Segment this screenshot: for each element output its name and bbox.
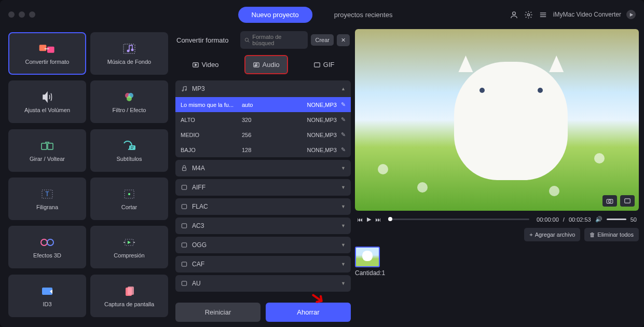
- format-name: FLAC: [192, 203, 208, 210]
- snapshot-button[interactable]: [602, 195, 617, 207]
- edit-preset-icon[interactable]: ✎: [341, 131, 346, 138]
- preset-row[interactable]: MEDIO 256 NONE,MP3 ✎: [175, 127, 351, 142]
- file-actions: +Agregar archivo 🗑Eliminar todos: [355, 228, 639, 241]
- format-au[interactable]: AU▼: [175, 275, 351, 292]
- app-window: Nuevo proyecto proyectos recientes iMyMa…: [0, 0, 644, 327]
- volume-slider[interactable]: [607, 219, 626, 220]
- chevron-down-icon: ▼: [341, 242, 346, 248]
- trash-icon: 🗑: [590, 231, 595, 238]
- format-caf[interactable]: CAF▼: [175, 256, 351, 272]
- tab-gif[interactable]: GIF: [306, 56, 342, 73]
- user-icon[interactable]: [510, 10, 519, 19]
- svg-point-0: [513, 11, 516, 15]
- compress-icon: [120, 236, 138, 249]
- music-file-icon: [181, 85, 188, 92]
- svg-rect-44: [182, 224, 186, 228]
- tool-label: ID3: [43, 301, 51, 307]
- svg-rect-50: [625, 199, 631, 203]
- button-label: Agregar archivo: [535, 231, 576, 238]
- tab-video[interactable]: Video: [185, 56, 226, 73]
- search-placeholder: Formato de búsqued: [252, 34, 304, 46]
- preset-row[interactable]: ALTO 320 NONE,MP3 ✎: [175, 112, 351, 127]
- prev-button[interactable]: ⏮: [357, 216, 363, 223]
- volume-icon[interactable]: 🔊: [595, 216, 602, 223]
- tool-rotate-flip[interactable]: Girar / Voltear: [8, 129, 86, 172]
- progress-bar[interactable]: [388, 219, 529, 220]
- tool-3d-effects[interactable]: Efectos 3D: [8, 226, 86, 268]
- tool-filter-effect[interactable]: Filtro / Efecto: [90, 80, 168, 123]
- format-aiff[interactable]: AIFF▼: [175, 179, 351, 196]
- audio-file-icon: [181, 222, 188, 229]
- format-ogg[interactable]: OGG▼: [175, 237, 351, 253]
- save-button[interactable]: Ahorrar: [266, 303, 351, 322]
- audio-file-icon: [181, 203, 188, 210]
- music-icon: [120, 42, 138, 56]
- window-controls: [8, 11, 35, 18]
- tool-label: Girar / Voltear: [30, 156, 65, 162]
- create-button[interactable]: Crear: [311, 34, 334, 46]
- preset-row[interactable]: BAJO 128 NONE,MP3 ✎: [175, 142, 351, 157]
- close-window-icon[interactable]: [8, 11, 15, 18]
- play-badge-icon[interactable]: [626, 10, 636, 19]
- crop-icon: [120, 187, 138, 201]
- tool-screenshot[interactable]: Captura de pantalla: [90, 275, 168, 317]
- plus-icon: +: [529, 231, 532, 238]
- tool-label: Filigrana: [36, 204, 58, 210]
- tool-adjust-volume[interactable]: Ajusta el Volúmen: [8, 80, 86, 123]
- remove-all-button[interactable]: 🗑Eliminar todos: [584, 228, 639, 241]
- menu-icon[interactable]: [539, 10, 548, 19]
- tool-convert-format[interactable]: Convertir formato: [8, 32, 86, 75]
- svg-marker-5: [629, 12, 633, 16]
- tab-audio[interactable]: Audio: [244, 55, 288, 74]
- tool-label: Cortar: [121, 204, 138, 210]
- svg-point-36: [254, 65, 255, 66]
- reset-button[interactable]: Reiniciar: [175, 303, 261, 322]
- tool-watermark[interactable]: T Filigrana: [8, 178, 86, 220]
- fullscreen-button[interactable]: [620, 195, 635, 207]
- preset-bitrate: 256: [242, 132, 268, 138]
- tool-label: Captura de pantalla: [104, 301, 154, 307]
- add-file-button[interactable]: +Agregar archivo: [524, 228, 580, 241]
- format-flac[interactable]: FLAC▼: [175, 198, 351, 215]
- preset-bitrate: 320: [242, 117, 268, 123]
- tool-compression[interactable]: Compresión: [90, 226, 168, 268]
- edit-preset-icon[interactable]: ✎: [341, 146, 346, 153]
- close-panel-button[interactable]: ✕: [337, 34, 350, 46]
- edit-preset-icon[interactable]: ✎: [341, 116, 346, 123]
- format-m4a[interactable]: M4A▼: [175, 160, 351, 176]
- tool-subtitles[interactable]: Subtítulos: [90, 129, 168, 172]
- time-sep: /: [563, 216, 565, 223]
- minimize-window-icon[interactable]: [19, 11, 25, 18]
- tool-id3[interactable]: ID3: [8, 275, 86, 317]
- svg-rect-47: [182, 281, 186, 285]
- video-preview[interactable]: [355, 29, 639, 211]
- gif-icon: [313, 61, 321, 69]
- tab-label: GIF: [323, 61, 335, 69]
- file-thumbnail[interactable]: [355, 247, 380, 267]
- svg-point-10: [131, 49, 134, 51]
- preset-codec: NONE,MP3: [268, 117, 337, 123]
- format-search[interactable]: Formato de búsqued: [240, 31, 308, 49]
- maximize-window-icon[interactable]: [29, 11, 35, 18]
- format-mp3-header[interactable]: MP3 ▲: [175, 80, 351, 97]
- tool-background-music[interactable]: Música de Fondo: [90, 32, 168, 75]
- preset-codec: NONE,MP3: [268, 132, 337, 138]
- svg-rect-38: [314, 62, 320, 66]
- tool-crop[interactable]: Cortar: [90, 178, 168, 220]
- preset-bitrate: auto: [242, 102, 268, 108]
- play-button[interactable]: ▶: [367, 216, 371, 223]
- next-button[interactable]: ⏭: [375, 216, 381, 223]
- tools-sidebar: Convertir formato Música de Fondo Ajusta…: [5, 29, 171, 322]
- tool-label: Efectos 3D: [33, 252, 61, 258]
- svg-rect-43: [182, 205, 186, 209]
- edit-preset-icon[interactable]: ✎: [341, 101, 346, 108]
- chevron-down-icon: ▼: [341, 166, 346, 171]
- settings-icon[interactable]: [524, 10, 533, 19]
- new-project-tab[interactable]: Nuevo proyecto: [238, 7, 312, 23]
- tool-label: Ajusta el Volúmen: [24, 107, 70, 113]
- lock-icon: [181, 165, 188, 172]
- preset-row[interactable]: Lo mismo que la fu... auto NONE,MP3 ✎: [175, 97, 351, 112]
- format-ac3[interactable]: AC3▼: [175, 217, 351, 234]
- svg-rect-41: [183, 168, 186, 170]
- recent-projects-tab[interactable]: proyectos recientes: [321, 7, 406, 23]
